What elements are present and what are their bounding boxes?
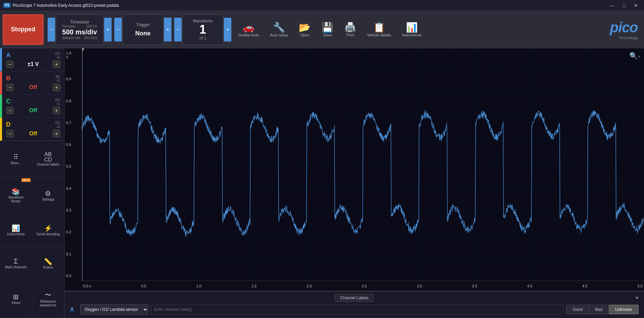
y-label-07: 0.7: [66, 121, 80, 125]
timebase-plus-button[interactable]: +: [104, 18, 112, 41]
channel-c-plus[interactable]: +: [53, 107, 60, 114]
channel-d-button[interactable]: D DC x1 − Off +: [0, 118, 64, 141]
x-label-30: 3.0: [417, 284, 422, 288]
title-bar: PS PicoScope 7 Automotive Early Access g…: [0, 0, 644, 11]
channel-a-button[interactable]: A DC x1 − ±1 V +: [0, 48, 64, 71]
save-icon: 💾: [321, 22, 333, 33]
window-title: PicoScope 7 Automotive Early Access gt02…: [13, 3, 119, 8]
toolbar-icons: 🚗 Guided tests 🔧 Auto setup 📂 Open 💾 Sav…: [235, 20, 424, 38]
logo-text: pico: [610, 19, 638, 36]
save-label: Save: [323, 33, 332, 37]
channel-label-row: A Oxygen / O2/ Lambda sensor None Custom…: [70, 304, 639, 315]
y-label-09: 0.9: [66, 77, 80, 81]
channel-b-value: Off: [15, 84, 51, 90]
channel-d-scale: x1: [56, 125, 60, 129]
guided-tests-icon: 🚗: [243, 22, 254, 33]
channel-c-minus[interactable]: −: [6, 107, 14, 114]
unknown-button[interactable]: Unknown: [609, 305, 639, 314]
window-controls: — □ ✕: [607, 2, 641, 9]
more-label: More...: [11, 161, 21, 165]
y-label-01: 0.1: [66, 252, 80, 256]
channel-c-letter: C: [6, 98, 11, 105]
instruments-toolbar-label: Instruments: [402, 33, 422, 37]
panel-close-button[interactable]: ×: [635, 295, 639, 301]
good-button[interactable]: Good: [566, 305, 589, 314]
waveform-library-button[interactable]: 📚 Waveformlibrary BETA: [0, 177, 32, 214]
open-button[interactable]: 📂 Open: [296, 20, 313, 38]
close-button[interactable]: ✕: [631, 2, 641, 9]
save-button[interactable]: 💾 Save: [319, 20, 336, 38]
timebase-title: Timebase: [70, 19, 89, 24]
serial-decoding-icon: ⚡: [44, 224, 52, 232]
waveform-library-label: Waveformlibrary: [8, 196, 23, 203]
channel-notes-input[interactable]: [151, 305, 563, 314]
chart-area: 1.0V 0.9 0.8 0.7 0.6 0.5 0.4 0.3 0.2 0.1…: [65, 48, 644, 318]
auto-setup-icon: 🔧: [273, 22, 285, 33]
app-icon: PS: [3, 3, 11, 8]
x-axis: 0.0 s 0.5 1.0 1.5 2.0 2.5 3.0 3.5 4.0 4.…: [82, 281, 644, 291]
channel-b-scale: x1: [56, 79, 60, 82]
samples-label: Samples 500 kS: [62, 24, 97, 28]
channel-a-value: ±1 V: [15, 61, 51, 67]
main-toolbar: Stopped − Timebase Samples 500 kS 500 ms…: [0, 11, 644, 48]
maximize-button[interactable]: □: [620, 2, 628, 9]
channel-b-letter: B: [6, 75, 11, 82]
chart-canvas[interactable]: 1.0V 0.9 0.8 0.7 0.6 0.5 0.4 0.3 0.2 0.1…: [65, 48, 644, 291]
instruments-toolbar-button[interactable]: 📊 Instruments: [399, 20, 424, 38]
channel-a-coupling: DC: [55, 52, 60, 55]
channel-labels-button[interactable]: ABCD Channel labels: [32, 141, 65, 177]
x-label-35: 3.5: [472, 284, 477, 288]
channel-b-button[interactable]: B AC x1 − Off +: [0, 71, 64, 95]
waveform-minus-button[interactable]: −: [174, 18, 182, 41]
minimize-button[interactable]: —: [607, 2, 617, 9]
channel-labels-panel: Channel Labels × A Oxygen / O2/ Lambda s…: [65, 291, 644, 318]
channel-a-letter: A: [6, 52, 11, 59]
guided-tests-button[interactable]: 🚗 Guided tests: [235, 20, 262, 38]
instruments-sidebar-button[interactable]: 📊 Instruments: [0, 214, 32, 247]
waveform-library-icon: 📚: [12, 187, 20, 196]
views-button[interactable]: ⊞ Views: [0, 280, 32, 318]
stop-button[interactable]: Stopped: [3, 14, 44, 45]
channel-b-plus[interactable]: +: [53, 84, 60, 91]
more-button[interactable]: ⠿ More...: [0, 141, 32, 177]
reference-waveforms-icon: 〜: [45, 290, 51, 300]
waveform-plus-button[interactable]: +: [224, 18, 231, 41]
trigger-minus-button[interactable]: −: [114, 18, 122, 41]
print-icon: 🖨️: [344, 22, 356, 33]
settings-button[interactable]: ⚙ Settings: [32, 177, 65, 214]
channel-d-minus[interactable]: −: [6, 130, 14, 137]
instruments-sidebar-label: Instruments: [7, 232, 25, 236]
channel-a-plus[interactable]: +: [53, 61, 60, 68]
logo-subtitle: Technology: [619, 36, 638, 40]
waveform-canvas: [82, 48, 644, 281]
rulers-icon: 📏: [44, 257, 52, 266]
waveform-number: 1: [199, 23, 206, 36]
channel-a-minus[interactable]: −: [6, 61, 14, 68]
channel-d-plus[interactable]: +: [53, 130, 60, 137]
trigger-value: None: [135, 30, 151, 37]
channel-c-button[interactable]: C DC x1 − Off +: [0, 95, 64, 118]
timebase-minus-button[interactable]: −: [48, 18, 55, 41]
math-channels-button[interactable]: Σ Math channels: [0, 247, 32, 280]
bad-button[interactable]: Bad: [589, 305, 609, 314]
auto-setup-button[interactable]: 🔧 Auto setup: [267, 20, 291, 38]
channel-d-value: Off: [15, 131, 51, 137]
x-label-20: 2.0: [307, 284, 312, 288]
instruments-sidebar-icon: 📊: [12, 224, 20, 232]
y-axis: 1.0V 0.9 0.8 0.7 0.6 0.5 0.4 0.3 0.2 0.1…: [65, 48, 82, 281]
channel-label-dropdown[interactable]: Oxygen / O2/ Lambda sensor None Custom: [80, 304, 148, 315]
open-label: Open: [300, 33, 309, 37]
print-button[interactable]: 🖨️ Print: [342, 20, 359, 38]
trigger-plus-button[interactable]: +: [164, 18, 171, 41]
x-label-50: 5.0: [638, 284, 643, 288]
print-label: Print: [347, 33, 354, 37]
vehicle-details-button[interactable]: 📋 Vehicle details: [364, 20, 394, 38]
pico-logo: pico Technology: [610, 19, 641, 40]
channel-b-minus[interactable]: −: [6, 84, 14, 91]
instruments-toolbar-icon: 📊: [406, 22, 418, 33]
zoom-button[interactable]: 🔍+: [629, 52, 641, 60]
guided-tests-label: Guided tests: [238, 33, 259, 37]
serial-decoding-button[interactable]: ⚡ Serial decoding: [32, 214, 65, 247]
rulers-button[interactable]: 📏 Rulers: [32, 247, 65, 280]
reference-waveforms-button[interactable]: 〜 Reference waveforms: [32, 280, 65, 318]
